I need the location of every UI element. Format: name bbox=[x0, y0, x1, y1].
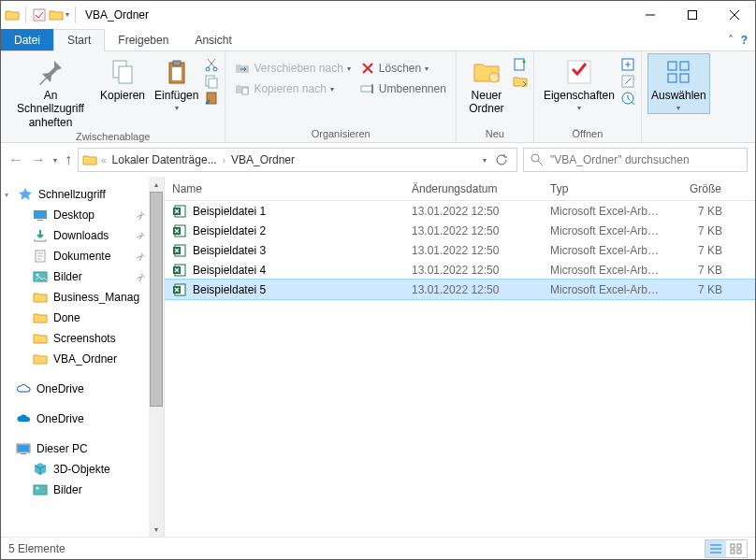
svg-rect-47 bbox=[731, 550, 734, 553]
breadcrumb-folder[interactable]: VBA_Ordner bbox=[229, 153, 297, 166]
tree-pictures2[interactable]: Bilder bbox=[1, 480, 164, 500]
copy-button[interactable]: Kopieren bbox=[96, 53, 149, 102]
svg-point-24 bbox=[531, 154, 539, 162]
folder-icon bbox=[5, 7, 20, 22]
breadcrumb-drive[interactable]: Lokaler Datenträge... bbox=[110, 153, 219, 166]
window-title: VBA_Ordner bbox=[85, 8, 629, 22]
file-row[interactable]: Beispieldatei 313.01.2022 12:50Microsoft… bbox=[165, 240, 755, 260]
open-icon[interactable] bbox=[620, 57, 635, 72]
tab-share[interactable]: Freigeben bbox=[105, 29, 182, 50]
up-button[interactable]: ↑ bbox=[65, 151, 72, 168]
qat-folder-icon[interactable] bbox=[49, 7, 64, 22]
refresh-button[interactable] bbox=[490, 153, 513, 166]
maximize-button[interactable] bbox=[671, 1, 713, 28]
folder-icon bbox=[33, 331, 48, 346]
svg-rect-45 bbox=[731, 544, 734, 548]
tree-scrollbar[interactable]: ▴ ▾ bbox=[149, 177, 164, 537]
tree-onedrive1[interactable]: OneDrive bbox=[1, 379, 164, 399]
file-size: 7 KB bbox=[668, 244, 730, 257]
new-item-icon[interactable] bbox=[513, 57, 528, 72]
tree-screenshots[interactable]: Screenshots bbox=[1, 328, 164, 349]
history-icon[interactable] bbox=[620, 91, 635, 106]
search-box[interactable]: "VBA_Ordner" durchsuchen bbox=[523, 148, 748, 172]
svg-point-34 bbox=[36, 487, 39, 490]
tab-file[interactable]: Datei bbox=[1, 29, 53, 50]
ribbon-collapse-icon[interactable]: ˄ bbox=[728, 34, 734, 47]
file-name: Beispieldatei 4 bbox=[193, 264, 266, 277]
documents-icon bbox=[33, 249, 48, 264]
scroll-down-icon[interactable]: ▾ bbox=[154, 522, 158, 537]
file-row[interactable]: Beispieldatei 213.01.2022 12:50Microsoft… bbox=[165, 221, 755, 240]
select-icon bbox=[663, 57, 693, 87]
svg-rect-10 bbox=[209, 79, 217, 88]
copy-to-button[interactable]: Kopieren nach▾ bbox=[231, 79, 354, 98]
svg-rect-33 bbox=[34, 485, 47, 495]
address-dropdown[interactable]: ▾ bbox=[483, 156, 487, 165]
tree-onedrive2[interactable]: OneDrive bbox=[1, 409, 164, 429]
qat-checkbox-icon[interactable] bbox=[32, 7, 47, 22]
tree-thispc[interactable]: Dieser PC bbox=[1, 438, 164, 459]
file-date: 13.01.2022 12:50 bbox=[404, 205, 543, 218]
svg-rect-31 bbox=[18, 445, 29, 452]
chevron-right-icon[interactable]: › bbox=[223, 155, 225, 165]
col-date[interactable]: Änderungsdatum bbox=[404, 182, 543, 195]
delete-icon bbox=[360, 61, 375, 76]
tree-desktop[interactable]: Desktop⊼ bbox=[1, 205, 164, 225]
svg-rect-21 bbox=[680, 62, 689, 70]
back-button[interactable]: ← bbox=[8, 151, 23, 168]
group-organize-label: Organisieren bbox=[312, 126, 371, 142]
status-bar: 5 Elemente bbox=[1, 537, 755, 559]
paste-button[interactable]: Einfügen ▾ bbox=[151, 53, 202, 113]
copy-path-icon[interactable] bbox=[204, 74, 219, 89]
address-bar[interactable]: « Lokaler Datenträge... › VBA_Ordner ▾ bbox=[78, 148, 517, 172]
rename-button[interactable]: Umbenennen bbox=[356, 79, 450, 98]
tree-quickaccess[interactable]: ▾Schnellzugriff bbox=[1, 184, 164, 205]
paste-shortcut-icon[interactable] bbox=[204, 91, 219, 106]
file-row[interactable]: Beispieldatei 513.01.2022 12:50Microsoft… bbox=[165, 280, 755, 299]
file-row[interactable]: Beispieldatei 413.01.2022 12:50Microsoft… bbox=[165, 260, 755, 280]
col-name[interactable]: Name bbox=[165, 182, 404, 195]
tree-documents[interactable]: Dokumente⊼ bbox=[1, 246, 164, 266]
view-details-button[interactable] bbox=[705, 540, 726, 557]
tree-downloads[interactable]: Downloads⊼ bbox=[1, 225, 164, 246]
history-dropdown[interactable]: ▾ bbox=[53, 156, 57, 165]
file-row[interactable]: Beispieldatei 113.01.2022 12:50Microsoft… bbox=[165, 201, 755, 221]
svg-rect-25 bbox=[34, 210, 47, 219]
col-type[interactable]: Typ bbox=[543, 182, 668, 195]
new-folder-button[interactable]: Neuer Ordner bbox=[462, 53, 511, 116]
scroll-thumb[interactable] bbox=[150, 192, 163, 407]
easy-access-icon[interactable] bbox=[513, 74, 528, 89]
tree-done[interactable]: Done bbox=[1, 308, 164, 328]
scroll-up-icon[interactable]: ▴ bbox=[154, 177, 158, 192]
tab-view[interactable]: Ansicht bbox=[182, 29, 244, 50]
tree-vba[interactable]: VBA_Ordner bbox=[1, 349, 164, 369]
move-to-button[interactable]: Verschieben nach▾ bbox=[231, 59, 354, 78]
view-icons-button[interactable] bbox=[726, 540, 747, 557]
close-button[interactable] bbox=[713, 1, 755, 28]
svg-rect-1 bbox=[688, 10, 696, 19]
objects3d-icon bbox=[33, 462, 48, 477]
help-icon[interactable]: ? bbox=[741, 34, 748, 47]
cut-icon[interactable] bbox=[204, 57, 219, 72]
copyto-icon bbox=[235, 81, 250, 96]
edit-icon[interactable] bbox=[620, 74, 635, 89]
delete-button[interactable]: Löschen▾ bbox=[356, 59, 450, 78]
excel-icon bbox=[172, 263, 187, 278]
rename-icon bbox=[360, 81, 375, 96]
tree-3dobjects[interactable]: 3D-Objekte bbox=[1, 459, 164, 480]
chevron-down-icon[interactable]: ▾ bbox=[5, 191, 8, 199]
tree-pictures[interactable]: Bilder⊼ bbox=[1, 266, 164, 287]
pin-quickaccess-button[interactable]: An Schnellzugriff anheften bbox=[7, 53, 94, 129]
select-button[interactable]: Auswählen ▾ bbox=[647, 53, 710, 114]
copy-icon bbox=[108, 57, 138, 87]
minimize-button[interactable] bbox=[629, 1, 671, 28]
properties-button[interactable]: Eigenschaften ▾ bbox=[540, 53, 618, 113]
excel-icon bbox=[172, 223, 187, 238]
tree-business[interactable]: Business_Manag bbox=[1, 287, 164, 308]
qat-dropdown-icon[interactable]: ▾ bbox=[65, 10, 69, 19]
onedrive-icon bbox=[16, 411, 31, 426]
tab-start[interactable]: Start bbox=[53, 29, 105, 51]
col-size[interactable]: Größe bbox=[668, 182, 730, 195]
pin-icon bbox=[36, 57, 65, 87]
file-type: Microsoft Excel-Arbe... bbox=[543, 205, 668, 218]
